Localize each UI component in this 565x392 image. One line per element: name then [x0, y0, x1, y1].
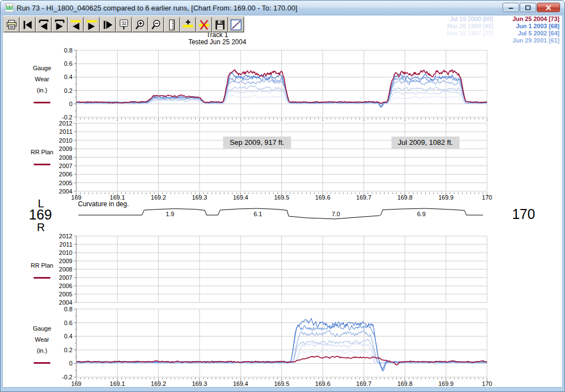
step-forward-icon — [102, 19, 114, 31]
step-back-icon — [22, 19, 34, 31]
legend-entry[interactable]: Jun 25 2004 [73] — [512, 15, 559, 23]
jump-back-icon — [38, 19, 50, 31]
minimize-button[interactable] — [503, 3, 519, 12]
right-mile-label: 170 — [507, 206, 540, 222]
legend-entry[interactable]: Mar 26 1999 [45] — [447, 23, 493, 30]
current-run-swatch — [34, 277, 50, 279]
highlight-forward-button[interactable] — [84, 17, 100, 32]
toolbar: 32 — [4, 17, 244, 32]
left-mile-label: 169 — [24, 207, 57, 223]
legend-entry[interactable]: Jun 1 2003 [68] — [512, 23, 559, 30]
highlight-back-button[interactable] — [68, 17, 83, 32]
minimize-icon — [508, 5, 514, 10]
legend-recent-runs: Jun 25 2004 [73]Jun 1 2003 [68]Jul 5 200… — [512, 15, 559, 44]
current-run-swatch — [34, 362, 50, 364]
add-highlight-button[interactable] — [180, 17, 196, 32]
window-controls — [503, 3, 560, 12]
current-run-swatch — [34, 102, 50, 103]
zoom-out-button[interactable] — [148, 17, 164, 32]
jump-forward-icon — [54, 19, 66, 31]
add-highlight-icon — [182, 19, 194, 31]
step-forward-button[interactable] — [100, 17, 116, 32]
ylabel-gauge-wear-bottom: Gauge Wear (in.) — [20, 323, 64, 367]
print-icon — [6, 19, 18, 31]
rr-plan-annotation: Sep 2009, 917 ft. — [223, 137, 291, 149]
ylabel-gauge-wear-top: Gauge Wear (in.) — [20, 62, 64, 107]
step-back-button[interactable] — [20, 17, 35, 32]
delete-highlight-button[interactable] — [196, 17, 212, 32]
legend-earlier-runs: Jul 19 2000 [60]Mar 26 1999 [45]Nov 18 1… — [447, 15, 493, 37]
save-button[interactable] — [212, 17, 228, 32]
chart-header: Track 1 Tested Jun 25 2004 — [134, 32, 300, 46]
curvature-label: Curvature in deg. — [78, 200, 129, 208]
jump-forward-button[interactable] — [52, 17, 67, 32]
maximize-icon — [525, 5, 531, 11]
chart-title-tested: Tested Jun 25 2004 — [134, 39, 300, 46]
legend-entry[interactable]: Jul 5 2002 [64] — [512, 30, 559, 37]
zoom-out-icon — [150, 19, 162, 31]
ylabel-rr-plan-top: RR Plan — [20, 147, 64, 169]
print-button[interactable] — [4, 17, 19, 32]
ylabel-rr-plan-bottom: RR Plan — [20, 260, 64, 282]
speed-sign-button[interactable]: 32 — [116, 17, 132, 32]
delete-highlight-icon — [198, 19, 210, 31]
svg-text:32: 32 — [121, 20, 127, 25]
trend-chart-icon — [230, 19, 242, 31]
save-icon — [214, 19, 226, 31]
current-run-swatch — [34, 164, 50, 165]
legend-entry[interactable]: Jul 19 2000 [60] — [447, 15, 493, 23]
legend-entry[interactable]: Jun 29 2001 [61] — [512, 37, 559, 44]
jump-back-button[interactable] — [36, 17, 51, 32]
trend-chart-button[interactable] — [228, 17, 244, 32]
app-icon — [5, 3, 14, 12]
highlight-back-icon — [70, 19, 82, 31]
right-rail-label: R — [33, 221, 49, 234]
ruler-icon — [166, 19, 178, 31]
close-icon — [545, 5, 552, 11]
highlight-forward-icon — [86, 19, 98, 31]
close-button[interactable] — [537, 3, 560, 12]
titlebar[interactable]: Run 73 - HI_1800_040625 compared to 6 ea… — [1, 1, 564, 15]
maximize-button[interactable] — [520, 3, 536, 12]
rr-plan-annotation: Jul 2009, 1082 ft. — [391, 137, 460, 149]
app-window: Run 73 - HI_1800_040625 compared to 6 ea… — [0, 0, 565, 392]
zoom-in-button[interactable] — [132, 17, 148, 32]
speed-sign-icon: 32 — [118, 19, 130, 31]
legend-entry[interactable]: Nov 18 1997 [27] — [447, 30, 493, 37]
window-title: Run 73 - HI_1800_040625 compared to 6 ea… — [17, 4, 297, 12]
ruler-button[interactable] — [164, 17, 180, 32]
zoom-in-icon — [134, 19, 146, 31]
